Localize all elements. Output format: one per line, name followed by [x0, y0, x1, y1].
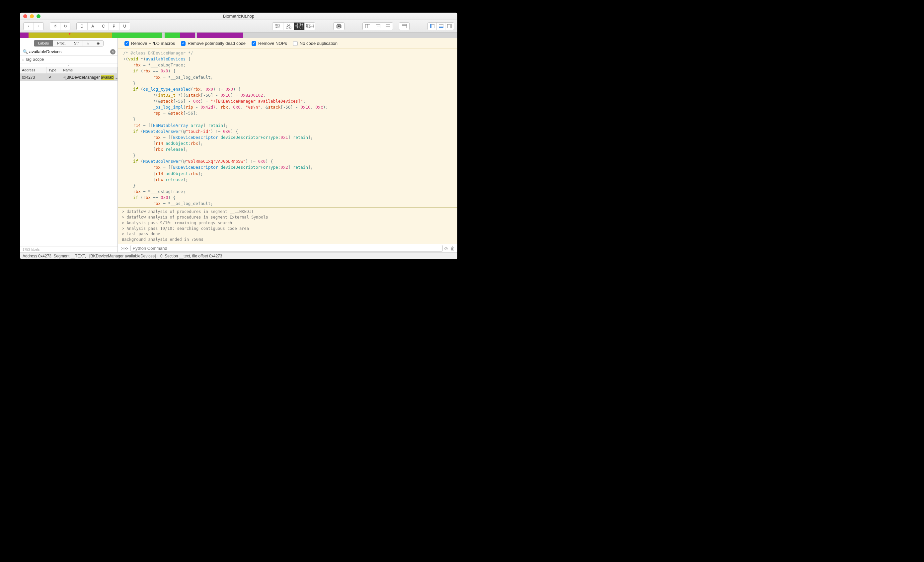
layout-cols-button[interactable] [363, 23, 373, 30]
pseudo-view-button[interactable]: if(b) f(x); [294, 23, 304, 30]
clear-search-button[interactable]: ✕ [110, 49, 116, 54]
titlebar: BiometricKit.hop [20, 13, 458, 20]
cell-name: +[BKDeviceManager availabl… [61, 74, 117, 81]
mode-c-button[interactable]: C [98, 23, 108, 30]
hex-view-button[interactable]: 486F70 706572 [304, 23, 315, 30]
search-input[interactable] [29, 48, 110, 55]
layout-group-2 [399, 22, 410, 30]
tab-str[interactable]: Str [70, 40, 82, 47]
mode-u-button[interactable]: U [119, 23, 130, 30]
svg-rect-0 [288, 24, 290, 25]
mode-group: D A C P U [76, 22, 130, 30]
undo-button[interactable]: ↺ [50, 23, 60, 30]
panel-group [428, 22, 454, 30]
col-address[interactable]: Address [20, 67, 46, 74]
graph-view-button[interactable] [283, 23, 294, 30]
trash-button[interactable]: 🗑 [449, 245, 456, 252]
svg-line-4 [289, 25, 290, 27]
cpu-icon[interactable] [333, 23, 344, 30]
command-input[interactable] [130, 245, 443, 252]
svg-point-23 [378, 26, 378, 27]
undo-group: ↺ ↻ [50, 22, 70, 30]
mode-d-button[interactable]: D [76, 23, 87, 30]
svg-rect-27 [402, 24, 406, 28]
mode-a-button[interactable]: A [87, 23, 98, 30]
view-group: mov add if(b) f(x); 486F70 706572 [272, 22, 315, 30]
bottom-panel-button[interactable] [436, 23, 445, 30]
svg-rect-30 [430, 24, 432, 28]
status-bar: Address 0x4273, Segment __TEXT, +[BKDevi… [20, 252, 458, 259]
checkbox-icon [293, 41, 298, 46]
sidebar: Labels Proc. Str ☆ ◉ 🔍 ✕ Tag Scope • Add… [20, 38, 118, 252]
app-window: BiometricKit.hop ‹ › ↺ ↻ D A C P U mov a… [20, 13, 458, 259]
nav-group: ‹ › [23, 22, 44, 30]
svg-rect-32 [439, 27, 443, 28]
checkbox-icon [124, 41, 129, 46]
svg-point-24 [379, 26, 380, 27]
redo-button[interactable]: ↻ [60, 23, 70, 30]
checkbox-icon [181, 41, 186, 46]
svg-line-3 [287, 25, 289, 27]
svg-rect-6 [338, 25, 340, 27]
checkbox-icon [252, 41, 256, 46]
opt-remove-nops[interactable]: Remove NOPs [252, 41, 287, 46]
layout-row-button[interactable] [382, 23, 393, 30]
content-area: Remove HI/LO macros Remove potentially d… [118, 38, 458, 252]
tab-starred[interactable]: ☆ [82, 40, 93, 47]
code-view[interactable]: /* @class BKDeviceManager */ +(void *)av… [118, 49, 458, 207]
search-row: 🔍 ✕ [20, 48, 117, 56]
layout-single-button[interactable] [399, 23, 409, 30]
nav-back-button[interactable]: ‹ [24, 23, 33, 30]
tab-tags[interactable]: ◉ [93, 40, 104, 47]
cell-address: 0x4273 [20, 74, 46, 81]
opt-no-duplication[interactable]: No code duplication [293, 41, 338, 46]
options-bar: Remove HI/LO macros Remove potentially d… [118, 38, 458, 49]
main-area: Labels Proc. Str ☆ ◉ 🔍 ✕ Tag Scope • Add… [20, 38, 458, 252]
sidebar-footer: 1753 labels [20, 246, 117, 252]
nav-forward-button[interactable]: › [33, 23, 44, 30]
layout-group-1 [362, 22, 393, 30]
clear-log-button[interactable]: ⊘ [443, 245, 449, 252]
svg-point-22 [377, 26, 377, 27]
layout-dots-button[interactable] [373, 23, 382, 30]
sidebar-tabs: Labels Proc. Str ☆ ◉ [20, 38, 117, 48]
opt-remove-hilo[interactable]: Remove HI/LO macros [124, 41, 175, 46]
resize-handle-icon[interactable]: • [20, 63, 117, 67]
col-type[interactable]: Type [46, 67, 61, 74]
cpu-group [333, 22, 345, 30]
asm-view-button[interactable]: mov add [273, 23, 283, 30]
svg-rect-1 [286, 27, 288, 28]
search-icon: 🔍 [21, 49, 29, 54]
table-header: Address Type Name [20, 67, 117, 74]
command-prompt: >>> [119, 246, 130, 251]
col-name[interactable]: Name [61, 67, 117, 74]
nav-marker-icon: ▼ [68, 32, 71, 36]
cell-type: P [46, 74, 61, 81]
navigation-map[interactable]: ▼ [20, 33, 458, 38]
toolbar: ‹ › ↺ ↻ D A C P U mov add if(b) f(x); 48… [20, 20, 458, 33]
tag-scope[interactable]: Tag Scope [20, 56, 117, 63]
status-text: Address 0x4273, Segment __TEXT, +[BKDevi… [22, 254, 222, 258]
table-row[interactable]: 0x4273 P +[BKDeviceManager availabl… [20, 74, 117, 81]
svg-rect-34 [450, 24, 452, 28]
tab-labels[interactable]: Labels [34, 40, 53, 47]
tab-proc[interactable]: Proc. [53, 40, 70, 47]
log-view[interactable]: > dataflow analysis of procedures in seg… [118, 207, 458, 244]
right-panel-button[interactable] [445, 23, 454, 30]
window-title: BiometricKit.hop [20, 14, 458, 19]
mode-p-button[interactable]: P [108, 23, 119, 30]
opt-remove-deadcode[interactable]: Remove potentially dead code [181, 41, 246, 46]
command-row: >>> ⊘ 🗑 [118, 244, 458, 252]
left-panel-button[interactable] [428, 23, 436, 30]
svg-rect-2 [290, 27, 291, 28]
